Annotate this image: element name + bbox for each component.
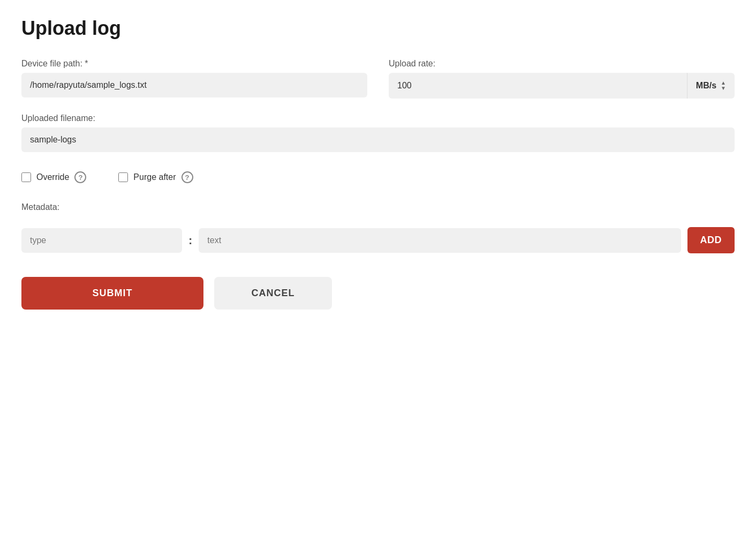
- purge-after-checkbox-group: Purge after ?: [118, 171, 193, 183]
- override-checkbox-group: Override ?: [21, 171, 86, 183]
- metadata-label: Metadata:: [21, 202, 735, 212]
- uploaded-filename-label: Uploaded filename:: [21, 114, 735, 123]
- page-title: Upload log: [21, 17, 735, 40]
- upload-rate-input-row: MB/s ▲ ▼: [389, 73, 735, 99]
- upload-rate-unit-selector[interactable]: MB/s ▲ ▼: [687, 73, 735, 99]
- add-button[interactable]: ADD: [687, 227, 735, 253]
- metadata-input-row: : ADD: [21, 227, 735, 253]
- checkbox-row: Override ? Purge after ?: [21, 167, 735, 187]
- upload-log-form: Device file path: * Upload rate: MB/s ▲ …: [21, 59, 735, 310]
- override-help-icon[interactable]: ?: [74, 171, 86, 183]
- uploaded-filename-input[interactable]: [21, 127, 735, 152]
- device-file-path-label: Device file path: *: [21, 59, 367, 69]
- override-checkbox[interactable]: [21, 172, 31, 182]
- filename-row: Uploaded filename:: [21, 114, 735, 152]
- override-label: Override: [36, 172, 69, 182]
- cancel-button[interactable]: CANCEL: [214, 277, 332, 310]
- purge-after-help-icon[interactable]: ?: [182, 171, 193, 183]
- upload-rate-group: Upload rate: MB/s ▲ ▼: [389, 59, 735, 99]
- metadata-group: Metadata:: [21, 202, 735, 212]
- upload-rate-input[interactable]: [389, 73, 687, 99]
- device-file-path-group: Device file path: *: [21, 59, 367, 97]
- unit-arrows: ▲ ▼: [721, 80, 726, 91]
- metadata-key-input[interactable]: [21, 228, 182, 253]
- device-file-path-input[interactable]: [21, 73, 367, 97]
- submit-button[interactable]: SUBMIT: [21, 277, 203, 310]
- file-path-rate-row: Device file path: * Upload rate: MB/s ▲ …: [21, 59, 735, 99]
- upload-rate-label: Upload rate:: [389, 59, 735, 69]
- metadata-value-input[interactable]: [199, 228, 681, 253]
- action-buttons-row: SUBMIT CANCEL: [21, 277, 735, 310]
- uploaded-filename-group: Uploaded filename:: [21, 114, 735, 152]
- metadata-colon: :: [188, 234, 192, 247]
- purge-after-label: Purge after: [133, 172, 176, 182]
- upload-rate-unit-label: MB/s: [696, 81, 716, 91]
- purge-after-checkbox[interactable]: [118, 172, 128, 182]
